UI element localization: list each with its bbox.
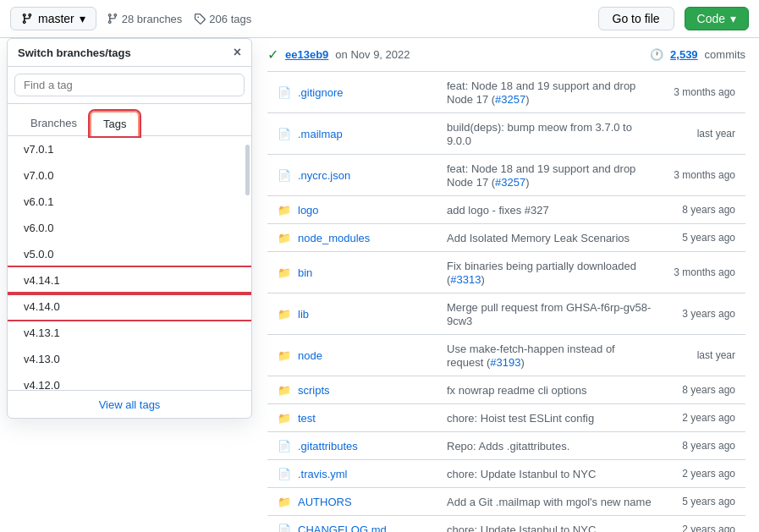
branch-count-icon — [107, 13, 118, 25]
file-name: 📁 AUTHORS — [278, 496, 426, 508]
file-icon: 📄 — [278, 86, 291, 99]
commit-time: 2 years ago — [663, 516, 745, 533]
file-name: 📄 .nycrc.json — [278, 169, 426, 182]
branch-tag-dropdown: Switch branches/tags × Branches Tags v7.… — [7, 38, 252, 419]
file-link[interactable]: .mailmap — [298, 128, 343, 140]
file-icon: 📁 — [278, 204, 291, 217]
table-row: 📁 AUTHORS Add a Git .mailmap with mgol's… — [267, 488, 745, 516]
file-name: 📁 node — [278, 349, 426, 362]
tag-list-item[interactable]: v6.0.0 — [8, 215, 251, 241]
table-row: 📁 scripts fx nowrap readme cli options 8… — [267, 376, 745, 404]
commit-message: chore: Update Istanbul to NYC — [447, 468, 596, 480]
commit-info-bar: ✓ ee13eb9 on Nov 9, 2022 🕐 2,539 commits — [267, 38, 745, 72]
commit-message: chore: Update Istanbul to NYC — [447, 524, 596, 532]
table-row: 📄 .mailmap build(deps): bump meow from 3… — [267, 113, 745, 155]
tags-meta: 206 tags — [194, 13, 251, 25]
file-name: 📁 bin — [278, 266, 426, 279]
file-name: 📄 .travis.yml — [278, 468, 426, 480]
commit-time: 8 years ago — [663, 376, 745, 404]
tab-tags[interactable]: Tags — [90, 111, 140, 136]
repo-meta: 28 branches 206 tags — [107, 13, 251, 25]
commit-time: 3 years ago — [663, 293, 745, 335]
commit-link[interactable]: #3193 — [490, 356, 520, 369]
file-link[interactable]: node — [298, 349, 322, 362]
branch-selector-button[interactable]: master ▾ — [10, 7, 96, 30]
file-icon: 📁 — [278, 308, 291, 321]
file-link[interactable]: bin — [298, 266, 312, 279]
file-icon: 📁 — [278, 266, 291, 279]
file-icon: 📁 — [278, 232, 291, 244]
file-link[interactable]: lib — [298, 308, 309, 321]
commit-message: feat: Node 18 and 19 support and drop No… — [447, 162, 635, 189]
file-name: 📁 test — [278, 412, 426, 425]
commit-time: 8 years ago — [663, 432, 745, 460]
commit-hash-link[interactable]: ee13eb9 — [285, 48, 328, 61]
file-link[interactable]: node_modules — [298, 232, 370, 244]
dropdown-scrollbar[interactable] — [245, 145, 250, 195]
dropdown-header: Switch branches/tags × — [8, 39, 251, 67]
tag-list-item[interactable]: v4.14.0 — [8, 293, 251, 320]
right-content: ✓ ee13eb9 on Nov 9, 2022 🕐 2,539 commits… — [254, 38, 759, 532]
table-row: 📁 node_modules Add Isolated Memory Leak … — [267, 224, 745, 252]
commit-time: 2 years ago — [663, 460, 745, 488]
tag-list-item[interactable]: v7.0.1 — [8, 136, 251, 162]
file-name: 📁 logo — [278, 204, 426, 217]
file-link[interactable]: scripts — [298, 384, 330, 397]
commit-check-icon: ✓ — [267, 47, 278, 63]
tab-branches[interactable]: Branches — [18, 111, 90, 135]
commit-link[interactable]: #3257 — [495, 176, 525, 189]
table-row: 📄 .nycrc.json feat: Node 18 and 19 suppo… — [267, 155, 745, 196]
tag-list-item[interactable]: v4.14.1 — [8, 267, 251, 293]
tag-list-item[interactable]: v6.0.1 — [8, 189, 251, 215]
commit-message: build(deps): bump meow from 3.7.0 to 9.0… — [447, 121, 632, 147]
commit-time: last year — [663, 113, 745, 155]
dropdown-close-button[interactable]: × — [234, 46, 241, 59]
commit-message: Add a Git .mailmap with mgol's new name — [447, 496, 652, 508]
branch-label: master — [38, 12, 74, 25]
file-name: 📄 .gitignore — [278, 86, 426, 99]
file-name: 📄 .gitattributes — [278, 440, 426, 452]
view-all-tags-link[interactable]: View all tags — [99, 398, 161, 411]
code-button[interactable]: Code ▾ — [685, 7, 749, 30]
file-link[interactable]: logo — [298, 204, 319, 217]
commit-time: 5 years ago — [663, 488, 745, 516]
tag-count-icon — [194, 13, 206, 25]
table-row: 📁 lib Merge pull request from GHSA-f6rp-… — [267, 293, 745, 335]
top-bar: master ▾ 28 branches 206 tags Go to file… — [0, 0, 759, 38]
file-link[interactable]: AUTHORS — [298, 496, 352, 508]
file-link[interactable]: test — [298, 412, 316, 425]
file-icon: 📄 — [278, 128, 291, 140]
commit-message: Merge pull request from GHSA-f6rp-gv58-9… — [447, 301, 651, 327]
branch-icon — [21, 13, 33, 25]
commit-time: 5 years ago — [663, 224, 745, 252]
file-link[interactable]: .gitattributes — [298, 440, 358, 452]
commit-link[interactable]: #3313 — [450, 273, 481, 286]
go-to-file-button[interactable]: Go to file — [598, 7, 674, 30]
tag-list-item[interactable]: v4.13.0 — [8, 346, 251, 372]
file-icon: 📄 — [278, 524, 291, 533]
dropdown-tabs: Branches Tags — [8, 104, 251, 136]
file-link[interactable]: CHANGELOG.md — [298, 524, 387, 533]
table-row: 📄 .travis.yml chore: Update Istanbul to … — [267, 460, 745, 488]
commit-message: Repo: Adds .gitattributes. — [447, 440, 569, 452]
tag-list-item[interactable]: v4.12.0 — [8, 372, 251, 390]
file-name: 📁 lib — [278, 308, 426, 321]
commit-message: add logo - fixes #327 — [447, 204, 549, 217]
file-icon: 📄 — [278, 440, 291, 452]
commit-link[interactable]: #3257 — [495, 93, 525, 106]
commit-message: feat: Node 18 and 19 support and drop No… — [447, 80, 635, 106]
file-link[interactable]: .gitignore — [298, 86, 343, 99]
commit-message: Add Isolated Memory Leak Scenarios — [447, 232, 630, 244]
tag-list-item[interactable]: v7.0.0 — [8, 162, 251, 189]
commits-count-link[interactable]: 2,539 — [670, 48, 698, 61]
tag-list-item[interactable]: v5.0.0 — [8, 241, 251, 267]
file-link[interactable]: .nycrc.json — [298, 169, 350, 182]
commit-time: 3 months ago — [663, 252, 745, 293]
commit-time: 3 months ago — [663, 155, 745, 196]
file-name: 📄 .mailmap — [278, 128, 426, 140]
tag-search-input[interactable] — [14, 74, 245, 96]
tag-list-item[interactable]: v4.13.1 — [8, 320, 251, 346]
main-layout: Switch branches/tags × Branches Tags v7.… — [0, 38, 759, 532]
table-row: 📄 .gitignore feat: Node 18 and 19 suppor… — [267, 72, 745, 113]
file-link[interactable]: .travis.yml — [298, 468, 348, 480]
